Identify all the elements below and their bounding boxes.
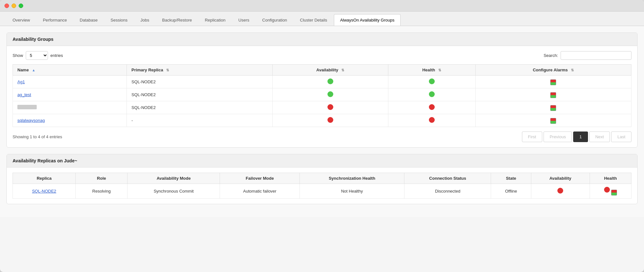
search-control: Search: [544, 51, 631, 60]
search-input[interactable] [561, 51, 631, 60]
cell-health [388, 76, 475, 88]
show-label: Show [13, 53, 23, 58]
health-indicator [429, 104, 435, 110]
replica-health-indicator [604, 187, 610, 193]
availability-groups-panel: Availability Groups Show 5 10 25 50 entr… [6, 32, 638, 148]
page-1-button[interactable]: 1 [573, 131, 588, 142]
availability-replicas-panel: Availability Replicas on Jude~ Replica R… [6, 154, 638, 204]
sort-alarms-icon: ⇅ [571, 68, 574, 72]
cell-health [388, 88, 475, 101]
cell-primary-replica: SQL-NODE2 [127, 88, 272, 101]
titlebar [0, 0, 644, 12]
show-entries-select[interactable]: 5 10 25 50 [26, 51, 48, 60]
entries-label: entries [51, 53, 63, 58]
alarm-icon[interactable] [550, 92, 556, 98]
table-row: ag_testSQL-NODE2 [13, 88, 631, 101]
table-row: SQL-NODE2 [13, 101, 631, 114]
col-replica: Replica [13, 173, 76, 184]
cell-role: Resolving [76, 184, 128, 199]
close-button[interactable] [5, 4, 9, 8]
table-row: sqlalwaysonag- [13, 114, 631, 127]
cell-failover-mode: Automatic failover [220, 184, 300, 199]
col-availability[interactable]: Availability ⇅ [272, 65, 388, 76]
search-label: Search: [544, 53, 558, 58]
main-content: Availability Groups Show 5 10 25 50 entr… [0, 26, 644, 217]
first-button[interactable]: First [522, 131, 542, 142]
replica-link[interactable]: SQL-NODE2 [32, 189, 56, 194]
cell-availability [272, 88, 388, 101]
availability-replicas-body: Replica Role Availability Mode Failover … [7, 168, 637, 204]
pagination-buttons: First Previous 1 Next Last [522, 131, 631, 142]
tab-overview[interactable]: Overview [6, 14, 36, 26]
traffic-lights [5, 4, 23, 8]
tab-jobs[interactable]: Jobs [134, 14, 155, 26]
cell-primary-replica: SQL-NODE2 [127, 101, 272, 114]
tab-sessions[interactable]: Sessions [104, 14, 134, 26]
col-avail: Availability [531, 173, 590, 184]
pagination-area: Showing 1 to 4 of 4 entries First Previo… [13, 131, 631, 142]
col-primary-replica[interactable]: Primary Replica ⇅ [127, 65, 272, 76]
col-health[interactable]: Health ⇅ [388, 65, 475, 76]
tab-alwayson[interactable]: AlwaysOn Availability Groups [334, 14, 401, 26]
col-role: Role [76, 173, 128, 184]
table-row: Ag1SQL-NODE2 [13, 76, 631, 88]
cell-availability [272, 76, 388, 88]
replica-row: SQL-NODE2ResolvingSynchronous CommitAuto… [13, 184, 631, 199]
cell-configure-alarms[interactable] [475, 101, 631, 114]
replica-availability-indicator [557, 188, 563, 194]
cell-state: Offline [491, 184, 531, 199]
cell-replica-availability [531, 184, 590, 199]
cell-replica[interactable]: SQL-NODE2 [13, 184, 76, 199]
alarm-icon[interactable] [550, 118, 556, 124]
health-indicator [429, 91, 435, 97]
cell-sync-health: Not Healthy [300, 184, 404, 199]
col-name[interactable]: Name ▲ [13, 65, 127, 76]
cell-replica-health [590, 184, 631, 199]
tab-replication[interactable]: Replication [199, 14, 232, 26]
tab-backup-restore[interactable]: Backup/Restore [156, 14, 198, 26]
col-failover-mode: Failover Mode [220, 173, 300, 184]
main-window: Overview Performance Database Sessions J… [0, 0, 644, 272]
health-indicator [429, 117, 435, 123]
cell-configure-alarms[interactable] [475, 76, 631, 88]
col-configure-alarms[interactable]: Configure Alarms ⇅ [475, 65, 631, 76]
last-button[interactable]: Last [611, 131, 631, 142]
tab-performance[interactable]: Performance [37, 14, 73, 26]
alarm-icon[interactable] [550, 79, 556, 85]
health-indicator [429, 78, 435, 84]
col-sync-health: Synchronization Health [300, 173, 404, 184]
availability-replicas-table: Replica Role Availability Mode Failover … [13, 173, 631, 199]
availability-indicator [327, 104, 333, 110]
cell-primary-replica: - [127, 114, 272, 127]
previous-button[interactable]: Previous [544, 131, 572, 142]
replicas-header-row: Replica Role Availability Mode Failover … [13, 173, 631, 184]
cell-name-link[interactable]: sqlalwaysonag [17, 118, 45, 123]
tab-configuration[interactable]: Configuration [256, 14, 293, 26]
sort-name-icon: ▲ [32, 68, 35, 72]
tab-users[interactable]: Users [232, 14, 255, 26]
cell-availability [272, 114, 388, 127]
cell-connection-status: Disconnected [404, 184, 491, 199]
maximize-button[interactable] [19, 4, 23, 8]
availability-groups-body: Show 5 10 25 50 entries Search: [7, 46, 637, 147]
next-button[interactable]: Next [589, 131, 610, 142]
availability-groups-title: Availability Groups [13, 37, 53, 42]
col-state: State [491, 173, 531, 184]
replica-alarm-icon[interactable] [611, 190, 617, 195]
tab-cluster-details[interactable]: Cluster Details [294, 14, 334, 26]
availability-indicator [327, 117, 333, 123]
cell-configure-alarms[interactable] [475, 88, 631, 101]
col-connection-status: Connection Status [404, 173, 491, 184]
availability-groups-table: Name ▲ Primary Replica ⇅ Availability ⇅ … [13, 64, 631, 127]
alarm-icon[interactable] [550, 105, 556, 111]
table-controls: Show 5 10 25 50 entries Search: [13, 51, 631, 60]
tab-database[interactable]: Database [74, 14, 104, 26]
cell-name-link[interactable]: ag_test [17, 92, 31, 97]
cell-configure-alarms[interactable] [475, 114, 631, 127]
availability-replicas-header: Availability Replicas on Jude~ [7, 154, 637, 168]
cell-health [388, 101, 475, 114]
cell-health [388, 114, 475, 127]
cell-name-redacted [13, 101, 127, 114]
minimize-button[interactable] [12, 4, 16, 8]
cell-name-link[interactable]: Ag1 [17, 79, 25, 84]
